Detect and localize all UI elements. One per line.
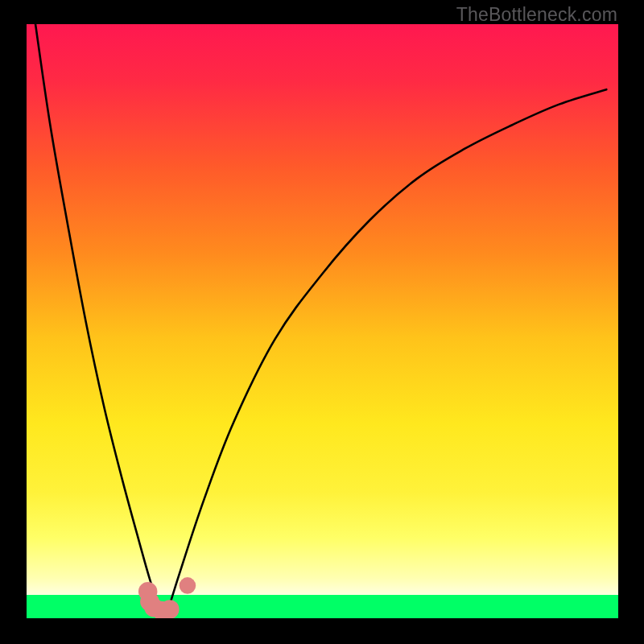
marker-notch-right (180, 577, 196, 594)
plot-area (27, 24, 618, 618)
notch-markers (27, 24, 618, 618)
marker-notch-base4 (160, 600, 180, 618)
stage: TheBottleneck.com (0, 0, 644, 644)
watermark-text: TheBottleneck.com (456, 4, 617, 26)
